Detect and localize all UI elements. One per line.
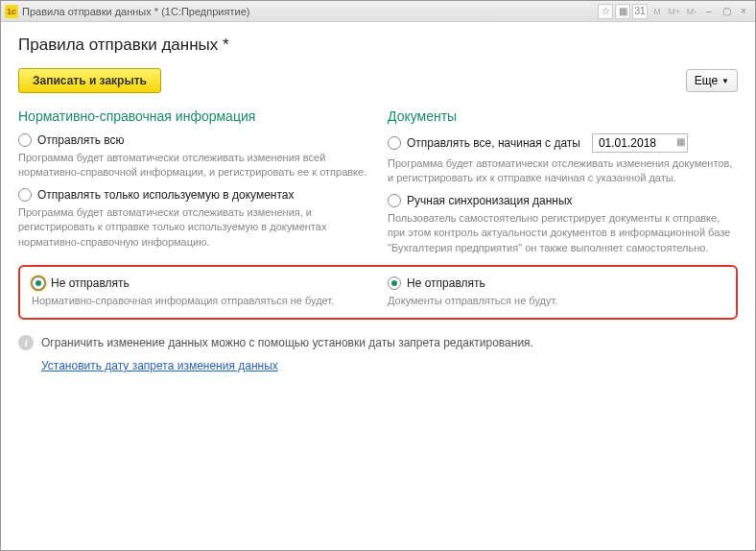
close-button[interactable]: × [736, 4, 751, 19]
chevron-down-icon: ▼ [721, 77, 729, 85]
left-opt1[interactable]: Отправлять всю [18, 133, 368, 147]
page-title: Правила отправки данных * [18, 36, 738, 55]
toolbar: Записать и закрыть Еще ▼ [18, 68, 738, 93]
calendar-icon[interactable]: 31 [632, 4, 648, 19]
highlight-right: Не отправлять Документы отправляться не … [388, 276, 724, 308]
radio-selected-icon[interactable] [32, 276, 45, 290]
left-column: Нормативно-справочная информация Отправл… [18, 108, 368, 255]
content-area: Правила отправки данных * Записать и зак… [1, 22, 755, 386]
titlebar: 1c Правила отправки данных * (1С:Предпри… [1, 1, 755, 22]
right-column: Документы Отправлять все, начиная с даты… [388, 108, 738, 255]
minimize-button[interactable]: – [701, 4, 717, 19]
right-opt3-label: Не отправлять [407, 276, 485, 290]
right-opt3[interactable]: Не отправлять [388, 276, 724, 290]
more-button[interactable]: Еще ▼ [686, 69, 738, 92]
right-section-title: Документы [388, 108, 738, 124]
left-opt3-desc: Нормативно-справочная информация отправл… [32, 294, 368, 308]
more-label: Еще [695, 74, 718, 87]
highlight-left: Не отправлять Нормативно-справочная инфо… [32, 276, 368, 308]
radio-icon[interactable] [388, 194, 401, 207]
columns: Нормативно-справочная информация Отправл… [18, 108, 738, 255]
left-opt2-desc: Программа будет автоматически отслеживат… [18, 205, 368, 250]
left-opt3-label: Не отправлять [51, 276, 130, 290]
save-close-button[interactable]: Записать и закрыть [18, 68, 161, 93]
set-restriction-date-link[interactable]: Установить дату запрета изменения данных [41, 359, 278, 372]
info-icon: i [18, 335, 34, 350]
right-opt1-desc: Программа будет автоматически отслеживат… [388, 156, 738, 186]
right-opt1[interactable]: Отправлять все, начиная с даты ▦ [388, 133, 738, 153]
left-opt2-label: Отправлять только используемую в докумен… [37, 188, 295, 202]
radio-icon[interactable] [388, 136, 401, 150]
radio-icon[interactable] [18, 133, 32, 147]
date-input[interactable] [592, 133, 688, 153]
info-text: Ограничить изменение данных можно с помо… [41, 335, 533, 351]
left-opt1-desc: Программа будет автоматически отслеживат… [18, 151, 368, 180]
highlight-box: Не отправлять Нормативно-справочная инфо… [18, 265, 738, 320]
left-opt1-label: Отправлять всю [37, 133, 125, 147]
window-buttons: ☆ ▦ 31 M M+ M- – ▢ × [598, 4, 751, 19]
radio-icon[interactable] [18, 188, 32, 202]
left-opt2[interactable]: Отправлять только используемую в докумен… [18, 188, 368, 202]
right-opt2-desc: Пользователь самостоятельно регистрирует… [388, 211, 738, 255]
radio-selected-icon[interactable] [388, 276, 401, 290]
memory-m-button[interactable]: M [650, 4, 665, 19]
left-section-title: Нормативно-справочная информация [18, 108, 368, 124]
right-opt3-desc: Документы отправляться не будут. [388, 294, 724, 308]
memory-mplus-button[interactable]: M+ [667, 4, 682, 19]
right-opt2-label: Ручная синхронизация данных [407, 194, 573, 207]
left-opt3[interactable]: Не отправлять [32, 276, 368, 290]
info-row: i Ограничить изменение данных можно с по… [18, 335, 738, 351]
app-logo-icon: 1c [5, 5, 18, 18]
window-title: Правила отправки данных * (1С:Предприяти… [22, 6, 598, 17]
toolbar-icon-2[interactable]: ▦ [615, 4, 630, 19]
right-opt2[interactable]: Ручная синхронизация данных [388, 194, 738, 207]
maximize-button[interactable]: ▢ [719, 4, 734, 19]
toolbar-icon-1[interactable]: ☆ [598, 4, 613, 19]
right-opt1-label: Отправлять все, начиная с даты [407, 136, 580, 150]
memory-mminus-button[interactable]: M- [684, 4, 699, 19]
